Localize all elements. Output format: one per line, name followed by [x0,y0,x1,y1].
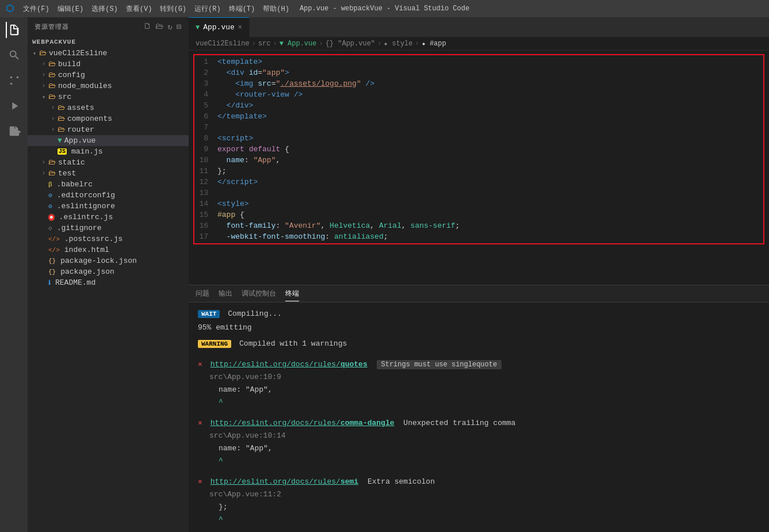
error-2-path: src\App.vue:10:14 [209,431,286,440]
error-2-url[interactable]: http://eslint.org/docs/rules/comma-dangl… [211,419,395,427]
new-folder-icon[interactable]: 🗁 [155,22,164,32]
sidebar-item-babelrc[interactable]: β .babelrc [28,179,189,190]
menu-file[interactable]: 文件(F) [23,4,49,14]
tab-vue-icon: ▼ [196,24,200,32]
sidebar-item-router[interactable]: › 🗁 router [28,124,189,135]
sidebar-item-eslintignore[interactable]: ⚙ .eslintignore [28,201,189,212]
error-1-code: name: "App", [209,384,760,396]
line-content-16: font-family: "Avenir", Helvetica, Arial,… [217,220,763,231]
git-activity-icon[interactable] [6,72,22,89]
files-activity-icon[interactable] [6,22,22,38]
line-num-11: 11 [194,166,217,177]
error-x-icon-3: ✕ [198,477,202,486]
line-content-1: <template> [217,56,763,67]
error-3-code: }; [209,502,760,513]
crumb-hash-app[interactable]: ⬥ #app [422,40,446,48]
sidebar-item-indexhtml[interactable]: </> index.html [28,244,189,255]
sidebar-item-build[interactable]: › 🗁 build [28,59,189,70]
sidebar-item-assets[interactable]: › 🗁 assets [28,102,189,113]
panel-line-warning: WARNING Compiled with 1 warnings [198,338,760,350]
menu-terminal[interactable]: 终端(T) [229,4,255,14]
menu-run[interactable]: 运行(R) [194,4,221,14]
tab-problems[interactable]: 问题 [196,286,209,301]
line-content-12: </script> [217,177,763,187]
sidebar-item-app-vue[interactable]: ▼ App.vue [28,135,189,146]
tab-close-button[interactable]: × [238,24,242,32]
error-2-msg: Unexpected trailing comma [403,419,515,427]
sidebar-item-config[interactable]: › 🗁 config [28,70,189,81]
code-editor[interactable]: 1 <template> 2 <div id="app"> 3 <img src… [189,51,769,285]
menu-edit[interactable]: 编辑(E) [58,4,84,14]
tab-output[interactable]: 输出 [219,286,232,301]
menu-view[interactable]: 查看(V) [126,4,152,14]
crumb-style[interactable]: ⬥ style [384,40,412,48]
sidebar-item-vuecli2esline[interactable]: ▾ 🗁 vueCli2Esline [28,48,189,59]
label: config [58,71,85,79]
error-block-3: ✕ http://eslint.org/docs/rules/semi Extr… [198,476,760,526]
crumb-appvue[interactable]: ▼ App.vue [280,40,317,48]
line-num-10: 10 [194,155,217,166]
line-content-10: name: "App", [217,155,763,166]
wait-badge: WAIT [198,310,220,318]
crumb-sep4: › [377,40,381,48]
sidebar-item-editorconfig[interactable]: ⚙ .editorconfig [28,190,189,201]
error-3-url[interactable]: http://eslint.org/docs/rules/semi [211,477,358,486]
sidebar-item-postcss[interactable]: </> .postcssrc.js [28,234,189,244]
extensions-activity-icon[interactable] [6,123,22,139]
label: index.html [64,246,109,254]
refresh-icon[interactable]: ↻ [167,22,173,32]
crumb-obj[interactable]: {} "App.vue" [326,40,375,48]
line-num-16: 16 [194,220,217,231]
tab-app-vue[interactable]: ▼ App.vue × [189,17,250,37]
tab-terminal[interactable]: 终端 [285,286,299,301]
titlebar-menu[interactable]: 文件(F) 编辑(E) 选择(S) 查看(V) 转到(G) 运行(R) 终端(T… [23,4,289,14]
line-num-8: 8 [194,133,217,144]
error-1-msg: Strings must use singlequote [377,360,502,369]
menu-select[interactable]: 选择(S) [91,4,118,14]
sidebar-item-components[interactable]: › 🗁 components [28,113,189,124]
sidebar-header-icons: 🗋 🗁 ↻ ⊟ [143,22,182,32]
code-line-9: 9 export default { [194,144,763,155]
menu-goto[interactable]: 转到(G) [160,4,186,14]
sidebar-item-packagejson[interactable]: {} package.json [28,266,189,277]
code-line-11: 11 }; [194,166,763,177]
line-num-7: 7 [194,122,217,133]
line-content-17: -webkit-font-smoothing: antialiased; [217,231,763,242]
label: assets [67,104,94,112]
error-2-caret: ^ [209,456,760,467]
tab-debug-console[interactable]: 调试控制台 [242,286,276,301]
error-3-snippet: }; [219,503,228,511]
new-file-icon[interactable]: 🗋 [143,22,152,32]
line-num-12: 12 [194,177,217,187]
sidebar-item-src[interactable]: ▾ 🗁 src [28,91,189,102]
collapse-icon[interactable]: ⊟ [177,22,182,32]
svg-point-0 [10,83,13,85]
code-line-13: 13 [194,187,763,198]
sidebar-item-readme[interactable]: ℹ README.md [28,277,189,288]
sidebar-item-packagelock[interactable]: {} package-lock.json [28,255,189,266]
label: package.json [60,267,114,276]
sidebar-content: ▾ 🗁 vueCli2Esline › 🗁 build › 🗁 config ›… [28,48,189,532]
menu-help[interactable]: 帮助(H) [263,4,289,14]
sidebar-item-test[interactable]: › 🗁 test [28,168,189,179]
error-1-caret-symbol: ^ [219,398,223,407]
error-x-icon-1: ✕ [198,360,202,369]
crumb-src[interactable]: src [258,40,271,48]
panel-area: 问题 输出 调试控制台 终端 WAIT Compiling... 95% emi… [189,285,769,532]
debug-activity-icon[interactable] [6,98,22,114]
error-3-msg: Extra semicolon [368,477,435,486]
svg-point-1 [17,76,19,79]
line-num-6: 6 [194,111,217,122]
breadcrumb: vueCli2Esline › src › ▼ App.vue › {} "Ap… [189,37,769,51]
error-3-caret: ^ [209,514,760,526]
error-1-url[interactable]: http://eslint.org/docs/rules/quotes [211,360,368,369]
sidebar-item-gitignore[interactable]: ◇ .gitignore [28,223,189,234]
sidebar-item-node-modules[interactable]: › 🗁 node_modules [28,81,189,91]
sidebar-item-eslintrc[interactable]: ● .eslintrc.js [28,212,189,223]
label: build [58,60,81,68]
sidebar-item-static[interactable]: › 🗁 static [28,157,189,168]
crumb-root[interactable]: vueCli2Esline [196,40,250,48]
label: App.vue [64,136,96,145]
search-activity-icon[interactable] [6,47,22,63]
sidebar-item-main-js[interactable]: JS main.js [28,146,189,157]
